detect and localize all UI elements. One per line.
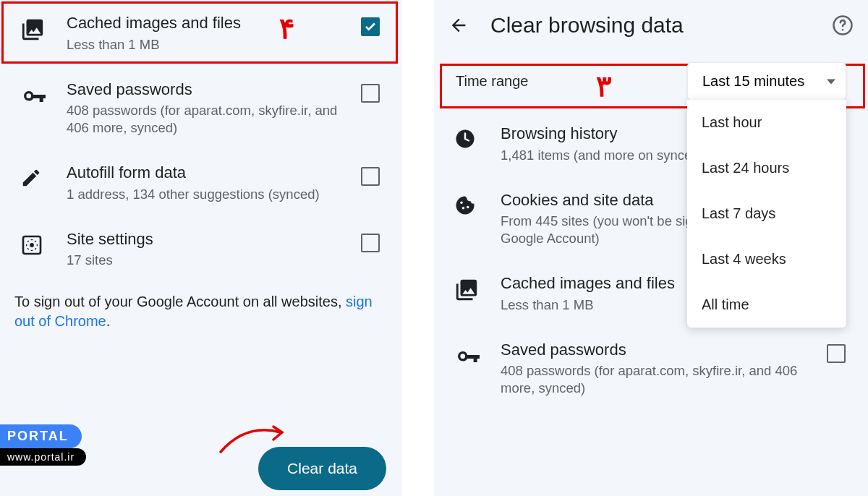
- item-sub: 408 passwords (for aparat.com, skyfire.i…: [501, 362, 813, 397]
- signout-text: To sign out of your Google Account on al…: [0, 282, 402, 331]
- checkbox[interactable]: [361, 167, 380, 186]
- svg-point-1: [30, 243, 34, 247]
- image-stack-icon: [20, 17, 45, 42]
- annotation-4: ۴: [279, 12, 294, 46]
- right-screen: Clear browsing data Time range Last 15 m…: [434, 0, 868, 496]
- time-range-value: Last 15 minutes: [702, 73, 804, 89]
- svg-point-3: [842, 29, 844, 31]
- svg-point-7: [467, 205, 469, 208]
- item-title: Cached images and files: [67, 13, 347, 33]
- key-icon: [454, 344, 483, 373]
- checkbox[interactable]: [361, 234, 380, 252]
- dropdown-option[interactable]: Last 4 weeks: [687, 236, 846, 282]
- list-item[interactable]: Site settings 17 sites: [0, 216, 402, 283]
- item-sub: 1 address, 134 other suggestions (synced…: [67, 186, 347, 203]
- dropdown-option[interactable]: Last hour: [687, 100, 846, 145]
- checkbox[interactable]: [827, 344, 846, 363]
- time-range-label: Time range: [456, 73, 528, 90]
- item-title: Site settings: [67, 229, 347, 249]
- key-icon: [20, 84, 49, 113]
- signout-pre: To sign out of your Google Account on al…: [14, 294, 346, 309]
- signout-post: .: [106, 313, 111, 329]
- time-range-row: Time range Last 15 minutes Last hour Las…: [434, 52, 868, 111]
- item-sub: Less than 1 MB: [67, 36, 347, 54]
- item-title: Saved passwords: [501, 340, 813, 360]
- clock-icon: [454, 128, 476, 150]
- annotation-3: ۳: [596, 69, 611, 103]
- back-icon[interactable]: [448, 15, 469, 35]
- item-title: Autofill form data: [67, 163, 347, 183]
- list-item[interactable]: Saved passwords 408 passwords (for apara…: [0, 67, 402, 150]
- badge-url: www.portal.ir: [0, 448, 86, 466]
- cookie-icon: [454, 194, 476, 216]
- clear-data-button[interactable]: Clear data: [258, 447, 386, 490]
- list-item[interactable]: Autofill form data 1 address, 134 other …: [0, 150, 402, 216]
- dropdown-option[interactable]: Last 24 hours: [687, 145, 846, 191]
- checkbox[interactable]: [361, 17, 380, 36]
- checkbox[interactable]: [361, 84, 380, 103]
- settings-icon: [20, 234, 43, 257]
- badge-name: PORTAL: [0, 424, 82, 448]
- list-item[interactable]: Saved passwords 408 passwords (for apara…: [434, 327, 868, 411]
- item-sub: 408 passwords (for aparat.com, skyfire.i…: [67, 102, 347, 137]
- svg-point-6: [462, 207, 465, 210]
- item-title: Saved passwords: [67, 80, 347, 100]
- portal-badge: PORTAL www.portal.ir: [0, 424, 86, 466]
- item-sub: 17 sites: [67, 252, 347, 269]
- chevron-down-icon: [827, 77, 835, 86]
- header: Clear browsing data: [434, 0, 868, 52]
- help-icon[interactable]: [832, 14, 854, 36]
- page-title: Clear browsing data: [490, 13, 810, 38]
- pencil-icon: [20, 167, 42, 189]
- dropdown-option[interactable]: All time: [687, 282, 846, 328]
- time-range-select[interactable]: Last 15 minutes: [687, 62, 846, 101]
- svg-point-5: [460, 201, 463, 204]
- image-stack-icon: [454, 278, 479, 302]
- left-screen: Cached images and files Less than 1 MB S…: [0, 0, 402, 496]
- dropdown-option[interactable]: Last 7 days: [687, 191, 846, 236]
- time-range-dropdown: Last hour Last 24 hours Last 7 days Last…: [687, 100, 846, 328]
- list-item[interactable]: Cached images and files Less than 1 MB: [0, 0, 402, 67]
